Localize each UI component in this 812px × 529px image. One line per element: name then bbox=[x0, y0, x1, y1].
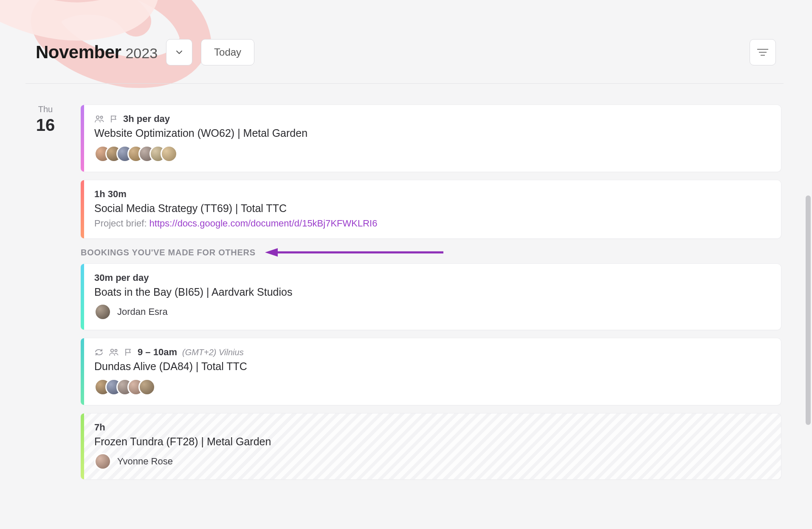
svg-point-10 bbox=[111, 349, 113, 352]
booking-card[interactable]: 7h Frozen Tundra (FT28) | Metal Garden Y… bbox=[81, 413, 781, 480]
avatar bbox=[94, 303, 111, 320]
year-label: 2023 bbox=[125, 45, 158, 62]
booking-time: 1h 30m bbox=[94, 189, 127, 200]
people-icon bbox=[109, 348, 119, 356]
filter-button[interactable] bbox=[750, 39, 776, 65]
card-accent bbox=[81, 338, 84, 405]
month-dropdown-button[interactable] bbox=[166, 39, 192, 65]
brief-link[interactable]: https://docs.google.com/document/d/15kBj… bbox=[149, 218, 378, 229]
booking-time: 7h bbox=[94, 422, 105, 433]
booking-time: 9 – 10am bbox=[138, 347, 177, 358]
section-row: BOOKINGS YOU'VE MADE FOR OTHERS bbox=[81, 247, 781, 257]
booking-brief: Project brief: https://docs.google.com/d… bbox=[94, 218, 769, 229]
booking-title: Website Optimization (WO62) | Metal Gard… bbox=[94, 127, 769, 139]
arrow-annotation bbox=[265, 247, 443, 257]
day-content: Thu 16 3h per day Webs bbox=[34, 105, 784, 487]
booking-timezone: (GMT+2) Vilnius bbox=[182, 348, 244, 357]
chevron-down-icon bbox=[175, 48, 183, 57]
day-label: Thu 16 bbox=[34, 105, 57, 487]
avatar-stack bbox=[94, 145, 769, 162]
booking-card[interactable]: 3h per day Website Optimization (WO62) |… bbox=[81, 105, 781, 172]
booking-card[interactable]: 1h 30m Social Media Strategy (TT69) | To… bbox=[81, 180, 781, 239]
month-year-title: November 2023 bbox=[36, 42, 158, 62]
day-name: Thu bbox=[34, 105, 57, 114]
filter-icon bbox=[757, 49, 768, 56]
flag-icon bbox=[124, 348, 133, 356]
booking-time: 30m per day bbox=[94, 272, 149, 283]
booking-card[interactable]: 30m per day Boats in the Bay (BI65) | Aa… bbox=[81, 263, 781, 330]
flag-icon bbox=[110, 115, 118, 123]
booking-title: Boats in the Bay (BI65) | Aardvark Studi… bbox=[94, 286, 769, 298]
avatar-stack bbox=[94, 379, 769, 396]
avatar bbox=[138, 379, 155, 396]
svg-point-6 bbox=[96, 116, 99, 119]
booking-card[interactable]: 9 – 10am (GMT+2) Vilnius Dundas Alive (D… bbox=[81, 338, 781, 405]
card-accent bbox=[81, 180, 84, 238]
booking-title: Social Media Strategy (TT69) | Total TTC bbox=[94, 202, 769, 215]
header-divider bbox=[25, 83, 784, 84]
booking-title: Frozen Tundra (FT28) | Metal Garden bbox=[94, 436, 769, 448]
booking-title: Dundas Alive (DA84) | Total TTC bbox=[94, 360, 769, 373]
card-accent bbox=[81, 105, 84, 172]
header: November 2023 Today bbox=[36, 39, 776, 65]
assignee-name: Jordan Esra bbox=[117, 306, 168, 317]
card-accent bbox=[81, 264, 84, 330]
svg-point-7 bbox=[100, 116, 102, 118]
assignee: Jordan Esra bbox=[94, 303, 769, 320]
people-icon bbox=[94, 115, 104, 123]
avatar bbox=[161, 145, 178, 162]
assignee: Yvonne Rose bbox=[94, 453, 769, 470]
day-number: 16 bbox=[34, 116, 57, 134]
scrollbar-thumb[interactable] bbox=[806, 195, 811, 425]
svg-marker-9 bbox=[265, 248, 278, 257]
svg-point-11 bbox=[115, 349, 117, 351]
month-label: November bbox=[36, 42, 121, 62]
section-label: BOOKINGS YOU'VE MADE FOR OTHERS bbox=[81, 248, 256, 257]
avatar bbox=[94, 453, 111, 470]
card-accent bbox=[81, 413, 84, 479]
brief-label: Project brief: bbox=[94, 218, 149, 229]
assignee-name: Yvonne Rose bbox=[117, 456, 173, 467]
today-button[interactable]: Today bbox=[201, 39, 254, 65]
repeat-icon bbox=[94, 348, 104, 356]
booking-time: 3h per day bbox=[123, 113, 170, 124]
